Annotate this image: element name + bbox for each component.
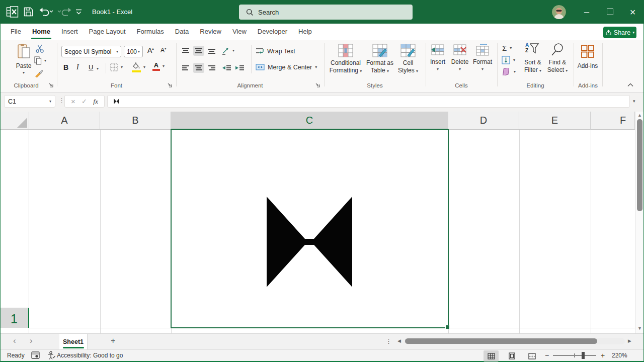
- cell-styles-button[interactable]: Cell Styles ▾: [395, 44, 421, 74]
- cancel-icon[interactable]: ×: [71, 97, 75, 106]
- new-sheet-button[interactable]: +: [111, 336, 115, 345]
- wrap-text-button[interactable]: Wrap Text: [256, 47, 295, 55]
- fill-color-button[interactable]: ▾: [132, 62, 145, 72]
- name-box[interactable]: C1 ▾: [4, 95, 55, 108]
- alignment-dialog-launcher-icon[interactable]: [315, 82, 320, 88]
- bottom-align-button[interactable]: [206, 46, 217, 56]
- tab-file[interactable]: File: [5, 24, 27, 40]
- chevron-down-icon[interactable]: ▾: [97, 67, 99, 71]
- column-header-e[interactable]: E: [519, 112, 591, 130]
- close-button[interactable]: ×: [621, 0, 644, 24]
- horizontal-scrollbar-thumb[interactable]: [405, 338, 597, 344]
- borders-button[interactable]: ▾: [110, 63, 123, 71]
- zoom-slider-thumb[interactable]: [582, 352, 585, 359]
- maximize-button[interactable]: [598, 0, 621, 24]
- zoom-in-button[interactable]: +: [601, 351, 605, 359]
- align-right-button[interactable]: [206, 63, 217, 73]
- format-painter-button[interactable]: [34, 68, 44, 77]
- zoom-out-button[interactable]: −: [545, 351, 549, 359]
- formula-input[interactable]: [107, 95, 630, 108]
- conditional-formatting-button[interactable]: Conditional Formatting ▾: [328, 44, 363, 74]
- column-header-f[interactable]: F: [591, 112, 635, 130]
- sheet-tab-sheet1[interactable]: Sheet1: [59, 334, 88, 349]
- font-size-combo[interactable]: 100▾: [124, 46, 143, 57]
- redo-button[interactable]: [57, 7, 72, 17]
- scroll-left-icon[interactable]: ◀: [397, 338, 401, 343]
- increase-font-size-button[interactable]: A▴: [147, 46, 154, 54]
- row-header-1[interactable]: 1: [0, 308, 29, 328]
- previous-sheet-button[interactable]: ‹: [13, 336, 16, 346]
- find-select-button[interactable]: Find & Select ▾: [546, 43, 569, 74]
- page-break-preview-button[interactable]: [524, 350, 539, 361]
- column-header-b[interactable]: B: [100, 112, 171, 130]
- insert-cells-button[interactable]: Insert ▾: [428, 44, 448, 71]
- excel-app-icon[interactable]: [6, 6, 19, 18]
- user-avatar[interactable]: [552, 5, 566, 19]
- scroll-right-icon[interactable]: ▶: [628, 338, 631, 343]
- vertical-scrollbar-thumb[interactable]: [637, 119, 642, 211]
- tab-insert[interactable]: Insert: [56, 24, 84, 40]
- insert-function-icon[interactable]: fx: [93, 98, 98, 106]
- merge-center-button[interactable]: Merge & Center ▾: [256, 63, 317, 71]
- sort-filter-button[interactable]: A Z Sort & Filter ▾: [521, 43, 544, 74]
- fill-handle[interactable]: [445, 325, 450, 329]
- macro-record-icon[interactable]: [31, 351, 40, 359]
- vertical-scrollbar[interactable]: ▲ ▼: [635, 112, 644, 333]
- accessibility-status[interactable]: Accessibility: Good to go: [57, 352, 123, 359]
- accessibility-icon[interactable]: [47, 351, 55, 359]
- center-align-button[interactable]: [193, 63, 204, 73]
- font-name-combo[interactable]: Segoe UI Symbol▾: [61, 46, 121, 57]
- paste-button[interactable]: Paste ▾: [12, 43, 35, 75]
- font-color-button[interactable]: A ▾: [152, 62, 165, 71]
- copy-button[interactable]: ▾: [34, 56, 46, 65]
- font-dialog-launcher-icon[interactable]: [167, 82, 173, 88]
- undo-button[interactable]: [39, 7, 54, 17]
- scroll-down-icon[interactable]: ▼: [637, 326, 642, 331]
- decrease-indent-button[interactable]: [222, 64, 231, 72]
- horizontal-scrollbar[interactable]: [405, 338, 625, 344]
- format-cells-button[interactable]: Format ▾: [471, 44, 494, 71]
- increase-indent-button[interactable]: [235, 64, 245, 72]
- middle-align-button[interactable]: [193, 46, 204, 56]
- tab-help[interactable]: Help: [293, 24, 317, 40]
- tab-developer[interactable]: Developer: [252, 24, 293, 40]
- tab-home[interactable]: Home: [27, 24, 56, 40]
- tab-bar-resize-handle[interactable]: ⋮: [385, 337, 392, 345]
- clipboard-dialog-launcher-icon[interactable]: [48, 82, 54, 88]
- column-header-a[interactable]: A: [29, 112, 100, 130]
- clear-button[interactable]: ▾: [501, 68, 516, 75]
- tab-view[interactable]: View: [227, 24, 252, 40]
- expand-formula-bar-icon[interactable]: ▾: [633, 99, 635, 104]
- tab-page-layout[interactable]: Page Layout: [84, 24, 131, 40]
- format-as-table-button[interactable]: Format as Table ▾: [365, 44, 394, 74]
- page-layout-view-button[interactable]: [504, 350, 519, 361]
- scroll-up-icon[interactable]: ▲: [637, 113, 642, 118]
- add-ins-button[interactable]: Add-ins: [575, 44, 600, 70]
- fill-button[interactable]: ▾: [502, 56, 515, 64]
- tab-data[interactable]: Data: [170, 24, 194, 40]
- search-bar[interactable]: Search: [239, 5, 413, 20]
- select-all-corner[interactable]: [0, 112, 29, 130]
- align-left-button[interactable]: [180, 63, 191, 73]
- normal-view-button[interactable]: [484, 350, 499, 361]
- share-button[interactable]: Share ▾: [603, 27, 636, 38]
- underline-button[interactable]: U: [89, 63, 93, 71]
- save-icon[interactable]: [23, 7, 34, 17]
- zoom-level[interactable]: 220%: [612, 352, 627, 359]
- orientation-button[interactable]: ▾: [221, 46, 234, 55]
- bold-button[interactable]: B: [63, 63, 68, 71]
- top-align-button[interactable]: [180, 46, 191, 56]
- tab-review[interactable]: Review: [194, 24, 227, 40]
- column-header-c[interactable]: C: [171, 112, 448, 130]
- cut-button[interactable]: [35, 44, 44, 53]
- decrease-font-size-button[interactable]: A▾: [160, 47, 167, 54]
- delete-cells-button[interactable]: Delete ▾: [449, 44, 470, 71]
- enter-icon[interactable]: ✓: [82, 98, 87, 105]
- customize-quick-access-icon[interactable]: [75, 9, 82, 15]
- next-sheet-button[interactable]: ›: [30, 336, 33, 346]
- column-header-d[interactable]: D: [448, 112, 519, 130]
- autosum-button[interactable]: Σ ▾: [502, 44, 512, 52]
- minimize-button[interactable]: ─: [575, 0, 598, 24]
- italic-button[interactable]: I: [76, 63, 79, 71]
- collapse-ribbon-button[interactable]: [627, 83, 633, 87]
